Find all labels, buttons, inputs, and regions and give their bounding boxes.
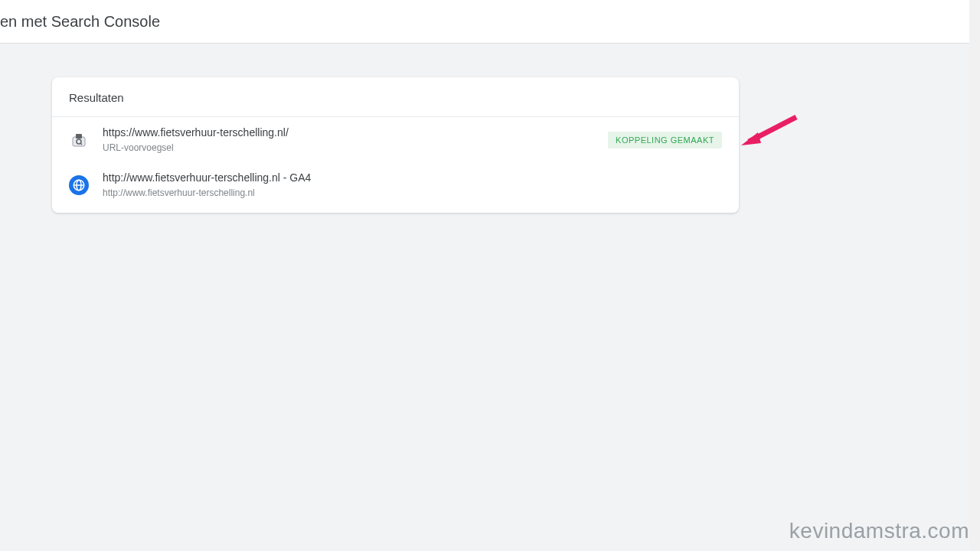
status-badge: KOPPELING GEMAAKT [608, 132, 722, 148]
globe-icon [69, 175, 89, 195]
card-header: Resultaten [52, 77, 739, 117]
result-text: http://www.fietsverhuur-terschelling.nl … [103, 171, 722, 199]
card-title: Resultaten [69, 91, 722, 104]
scrollbar[interactable] [969, 0, 980, 551]
search-console-icon [69, 130, 89, 150]
result-subtitle: http://www.fietsverhuur-terschelling.nl [103, 187, 722, 200]
result-text: https://www.fietsverhuur-terschelling.nl… [103, 126, 608, 154]
result-title: https://www.fietsverhuur-terschelling.nl… [103, 126, 608, 141]
page-header: en met Search Console [0, 0, 980, 44]
result-row[interactable]: http://www.fietsverhuur-terschelling.nl … [52, 162, 739, 213]
result-title: http://www.fietsverhuur-terschelling.nl … [103, 171, 722, 186]
results-card: Resultaten https://www.fietsverhuur-ters… [52, 77, 739, 213]
result-subtitle: URL-voorvoegsel [103, 142, 608, 155]
result-row[interactable]: https://www.fietsverhuur-terschelling.nl… [52, 117, 739, 162]
watermark: kevindamstra.com [789, 519, 969, 543]
main-content: Resultaten https://www.fietsverhuur-ters… [0, 44, 980, 213]
svg-rect-1 [76, 134, 82, 139]
page-title: en met Search Console [0, 13, 160, 31]
